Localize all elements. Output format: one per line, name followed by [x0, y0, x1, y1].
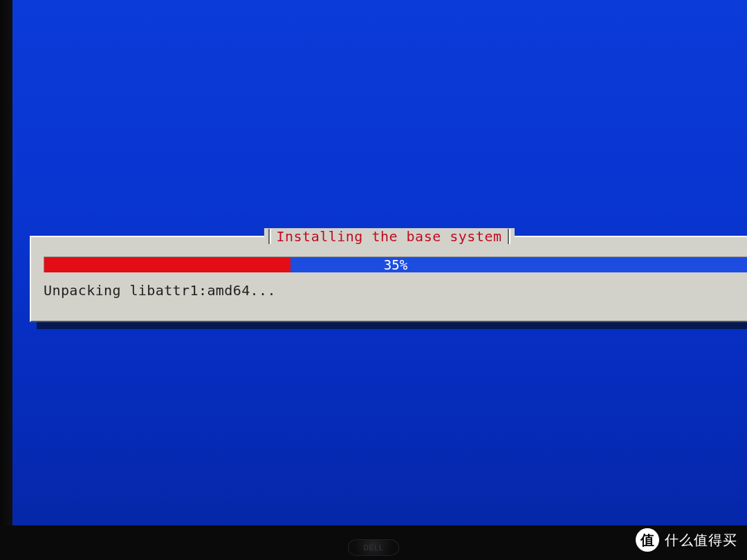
watermark: 值 什么值得买	[636, 528, 737, 552]
title-divider-right	[508, 229, 510, 244]
monitor-brand-text: DELL	[363, 544, 383, 552]
watermark-text: 什么值得买	[665, 531, 737, 550]
title-divider-left	[268, 229, 270, 244]
watermark-badge-icon: 值	[636, 528, 659, 552]
monitor-bezel-left	[0, 0, 12, 560]
progress-percent-label: 35%	[384, 257, 407, 272]
progress-bar: 35%	[44, 256, 747, 272]
progress-fill	[44, 257, 290, 272]
dialog-title-wrap: Installing the base system	[264, 228, 514, 245]
dialog-title: Installing the base system	[276, 228, 501, 245]
monitor-brand-badge: DELL	[348, 539, 399, 556]
status-text: Unpacking libattr1:amd64...	[44, 282, 276, 299]
installer-screen: Installing the base system 35% Unpacking…	[12, 0, 747, 525]
installer-dialog: Installing the base system 35% Unpacking…	[30, 236, 747, 322]
monitor-bezel-bottom: DELL	[0, 525, 747, 560]
